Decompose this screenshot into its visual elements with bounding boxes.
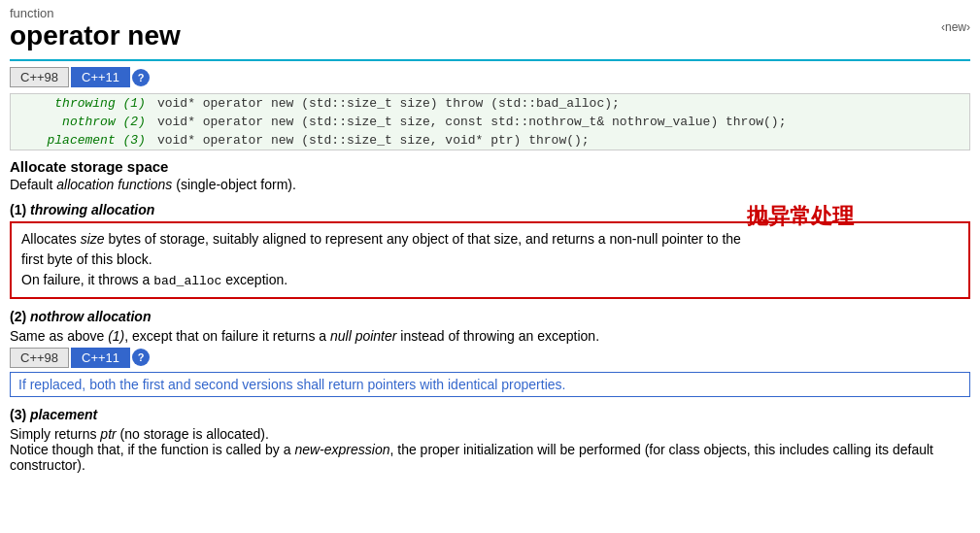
help-icon[interactable]: ? [132, 69, 150, 86]
code-row-placement: placement (3) void* operator new (std::s… [11, 131, 970, 150]
code-signatures: throwing (1) void* operator new (std::si… [10, 93, 970, 150]
version-tabs: C++98 C++11 ? [10, 67, 970, 87]
code-row-nothrow: nothrow (2) void* operator new (std::siz… [11, 113, 970, 131]
section-desc-italic: allocation functions [56, 177, 172, 192]
section-desc-before: Default [10, 177, 56, 192]
code-sig-throwing: void* operator new (std::size_t size) th… [152, 94, 970, 114]
subsection-placement: (3) placement Simply returns ptr (no sto… [10, 407, 970, 473]
nothrow-help-icon[interactable]: ? [132, 349, 150, 366]
nothrow-desc: Same as above (1), except that on failur… [10, 328, 970, 344]
nothrow-tab-cpp98[interactable]: C++98 [10, 348, 69, 368]
code-label-nothrow: nothrow (2) [11, 113, 152, 131]
category-label: function [10, 6, 970, 20]
subsection2-title: (2) nothrow allocation [10, 309, 970, 324]
subsection3-title: (3) placement [10, 407, 970, 422]
code-label-throwing: throwing (1) [11, 94, 152, 114]
code-row-throwing: throwing (1) void* operator new (std::si… [11, 94, 970, 114]
subsection-nothrow: (2) nothrow allocation Same as above (1)… [10, 309, 970, 397]
section-title: Allocate storage space [10, 158, 970, 175]
nothrow-tab-cpp11[interactable]: C++11 [71, 348, 130, 368]
code-label-placement: placement (3) [11, 131, 152, 150]
placement-para2: Notice though that, if the function is c… [10, 442, 970, 473]
throwing-para2: On failure, it throws a bad_alloc except… [21, 270, 959, 291]
chinese-annotation: 抛异常处理 [747, 202, 854, 231]
code-sig-placement: void* operator new (std::size_t size, vo… [152, 131, 970, 150]
throwing-highlight-box: Allocates size bytes of storage, suitabl… [10, 221, 970, 299]
nothrow-version-tabs: C++98 C++11 ? [10, 348, 970, 368]
section-desc-after: (single-object form). [172, 177, 296, 192]
new-badge: ‹new› [941, 20, 970, 34]
nothrow-blue-box: If replaced, both the first and second v… [10, 372, 970, 397]
tab-cpp98[interactable]: C++98 [10, 67, 69, 87]
section-description: Default allocation functions (single-obj… [10, 177, 970, 192]
placement-para1: Simply returns ptr (no storage is alloca… [10, 426, 970, 442]
tab-cpp11[interactable]: C++11 [71, 67, 130, 87]
page-title: operator new [10, 20, 181, 51]
throwing-para1: Allocates size bytes of storage, suitabl… [21, 229, 959, 270]
code-sig-nothrow: void* operator new (std::size_t size, co… [152, 113, 970, 131]
